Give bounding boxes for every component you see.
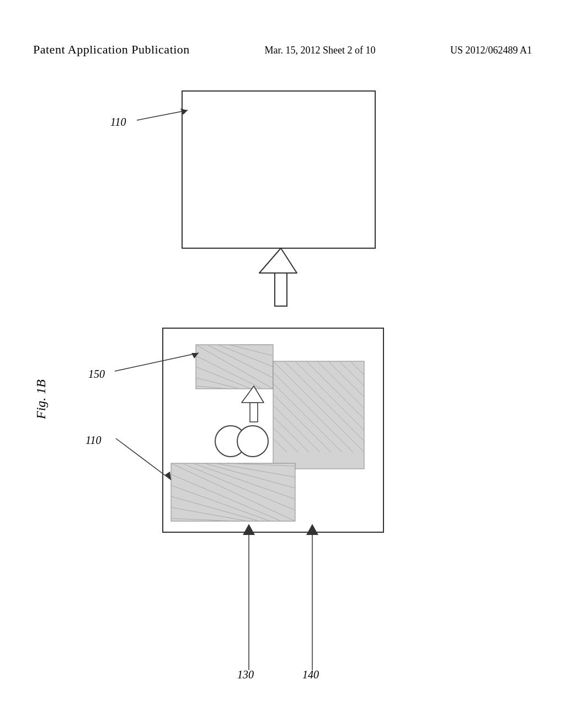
svg-line-18 <box>273 361 364 452</box>
svg-line-30 <box>273 416 309 452</box>
svg-line-42 <box>171 485 270 521</box>
svg-marker-55 <box>165 472 171 480</box>
svg-marker-62 <box>306 524 318 535</box>
svg-rect-6 <box>163 328 383 532</box>
svg-line-32 <box>273 438 287 452</box>
svg-text:140: 140 <box>302 668 319 681</box>
svg-line-36 <box>193 463 295 499</box>
svg-marker-3 <box>180 109 188 115</box>
svg-line-31 <box>273 427 298 452</box>
diagram-arrows: 110 <box>0 0 565 728</box>
svg-text:150: 150 <box>88 368 105 380</box>
svg-marker-59 <box>243 524 255 535</box>
svg-line-13 <box>196 356 262 389</box>
svg-text:110: 110 <box>86 434 102 446</box>
svg-marker-5 <box>259 248 297 273</box>
svg-rect-48 <box>250 403 258 422</box>
svg-line-14 <box>196 367 251 389</box>
svg-rect-4 <box>275 273 287 306</box>
svg-line-43 <box>171 496 259 521</box>
svg-line-29 <box>273 405 320 452</box>
svg-rect-33 <box>171 463 295 521</box>
svg-line-8 <box>196 345 273 389</box>
svg-line-26 <box>273 372 353 452</box>
svg-line-38 <box>215 463 295 477</box>
svg-line-11 <box>229 345 273 356</box>
svg-line-24 <box>339 361 364 386</box>
svg-line-39 <box>226 463 295 466</box>
svg-line-44 <box>171 507 248 521</box>
svg-line-41 <box>171 474 281 521</box>
svg-line-54 <box>116 438 171 480</box>
svg-line-2 <box>137 110 188 120</box>
svg-line-10 <box>218 345 273 367</box>
svg-line-28 <box>273 394 331 452</box>
svg-marker-49 <box>242 386 264 403</box>
svg-line-51 <box>115 353 199 371</box>
svg-line-19 <box>284 361 364 441</box>
publication-date-sheet: Mar. 15, 2012 Sheet 2 of 10 <box>264 45 375 56</box>
svg-line-22 <box>317 361 364 408</box>
svg-point-47 <box>237 426 268 457</box>
svg-text:Fig. 1B: Fig. 1B <box>34 379 48 420</box>
svg-line-16 <box>196 386 229 389</box>
svg-line-23 <box>328 361 364 397</box>
svg-line-27 <box>273 383 342 452</box>
svg-rect-17 <box>273 361 364 469</box>
svg-line-45 <box>171 518 237 521</box>
svg-line-15 <box>196 378 240 389</box>
publication-title: Patent Application Publication <box>33 42 190 57</box>
svg-line-21 <box>306 361 364 419</box>
svg-line-9 <box>207 345 273 378</box>
svg-marker-52 <box>191 353 199 358</box>
page-header: Patent Application Publication Mar. 15, … <box>0 42 565 57</box>
svg-rect-0 <box>182 91 375 248</box>
svg-text:110: 110 <box>110 116 126 128</box>
svg-line-34 <box>171 463 295 521</box>
publication-number: US 2012/062489 A1 <box>450 45 532 56</box>
svg-line-37 <box>204 463 295 488</box>
svg-point-46 <box>215 426 246 457</box>
svg-line-35 <box>182 463 295 510</box>
svg-text:130: 130 <box>237 668 254 681</box>
svg-rect-7 <box>196 345 273 389</box>
svg-line-20 <box>295 361 364 430</box>
svg-line-25 <box>350 361 364 375</box>
